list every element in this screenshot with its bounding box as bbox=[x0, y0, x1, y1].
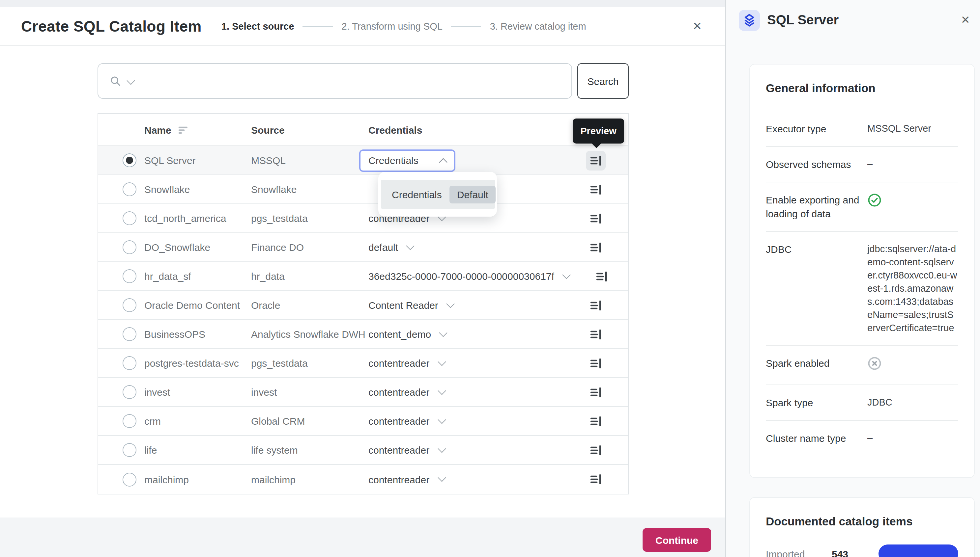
credentials-select[interactable]: contentreader bbox=[368, 358, 564, 369]
chevron-down-icon bbox=[446, 299, 454, 308]
preview-button[interactable] bbox=[589, 443, 603, 457]
documented-catalog-items-card: Documented catalog items Imported 543 bbox=[749, 497, 975, 557]
row-source: pgs_testdata bbox=[251, 213, 368, 224]
radio-button-selected[interactable] bbox=[122, 153, 136, 167]
row-source: Analytics Snowflake DWH bbox=[251, 329, 368, 340]
row-name: hr_data_sf bbox=[144, 270, 251, 282]
table-row[interactable]: tcd_north_america pgs_testdata contentre… bbox=[98, 204, 628, 233]
preview-icon bbox=[589, 357, 603, 370]
preview-icon bbox=[589, 414, 603, 428]
row-source: Global CRM bbox=[251, 415, 368, 427]
column-header-source[interactable]: Source bbox=[251, 124, 368, 135]
search-input[interactable] bbox=[98, 63, 572, 99]
imported-progress-pill[interactable] bbox=[879, 544, 958, 557]
close-icon[interactable]: ✕ bbox=[961, 15, 970, 26]
credentials-select-open[interactable]: Credentials bbox=[359, 149, 456, 171]
chevron-down-icon bbox=[437, 357, 446, 365]
preview-button[interactable] bbox=[586, 150, 606, 170]
row-source: Oracle bbox=[251, 300, 368, 311]
preview-icon bbox=[595, 270, 608, 283]
jdbc-connection-string: jdbc:sqlserver://ata-demo-content-sqlser… bbox=[867, 242, 958, 334]
chevron-down-icon bbox=[406, 241, 414, 249]
general-information-card: General information Executor type MSSQL … bbox=[749, 64, 975, 478]
radio-button[interactable] bbox=[122, 443, 136, 457]
row-name: SQL Server bbox=[144, 155, 251, 166]
credentials-select[interactable]: 36ed325c-0000-7000-0000-00000030617f bbox=[368, 270, 569, 282]
section-heading: General information bbox=[766, 81, 958, 96]
credentials-select[interactable]: contentreader bbox=[368, 445, 564, 456]
source-details-panel: SQL Server ✕ General information Executo… bbox=[726, 0, 980, 557]
chevron-down-icon[interactable] bbox=[127, 76, 135, 84]
preview-button[interactable] bbox=[589, 414, 603, 428]
preview-button[interactable] bbox=[589, 327, 603, 341]
radio-button[interactable] bbox=[122, 182, 136, 196]
table-row[interactable]: Oracle Demo Content Oracle Content Reade… bbox=[98, 291, 628, 320]
row-name: mailchimp bbox=[144, 474, 251, 485]
row-source: MSSQL bbox=[251, 155, 368, 166]
radio-button[interactable] bbox=[122, 269, 136, 283]
table-row[interactable]: invest invest contentreader bbox=[98, 378, 628, 407]
close-icon[interactable]: ✕ bbox=[693, 21, 702, 32]
radio-button[interactable] bbox=[122, 472, 136, 486]
row-name: postgres-testdata-svc bbox=[144, 358, 251, 369]
column-header-name[interactable]: Name bbox=[144, 124, 172, 135]
search-button[interactable]: Search bbox=[577, 63, 629, 99]
credentials-select[interactable]: contentreader bbox=[368, 415, 564, 427]
table-row[interactable]: life life system contentreader bbox=[98, 436, 628, 465]
check-circle-icon bbox=[867, 193, 882, 207]
step-connector bbox=[303, 26, 333, 27]
preview-icon bbox=[589, 386, 603, 399]
table-row[interactable]: DO_Snowflake Finance DO default bbox=[98, 233, 628, 262]
radio-button[interactable] bbox=[122, 414, 136, 428]
chevron-down-icon bbox=[439, 328, 447, 336]
credentials-select[interactable]: contentreader bbox=[368, 474, 564, 485]
step-review-item[interactable]: 3. Review catalog item bbox=[490, 21, 586, 32]
radio-button[interactable] bbox=[122, 356, 136, 370]
dropdown-option-credentials[interactable]: Credentials Default bbox=[381, 180, 495, 209]
continue-button[interactable]: Continue bbox=[643, 528, 711, 552]
create-catalog-modal: Create SQL Catalog Item 1. Select source… bbox=[0, 0, 725, 557]
radio-button[interactable] bbox=[122, 298, 136, 312]
table-row[interactable]: BusinessOPS Analytics Snowflake DWH cont… bbox=[98, 320, 628, 349]
credentials-select[interactable]: content_demo bbox=[368, 329, 564, 340]
step-connector bbox=[451, 26, 482, 27]
step-select-source[interactable]: 1. Select source bbox=[221, 21, 294, 32]
chevron-up-icon bbox=[439, 158, 447, 166]
table-row[interactable]: SQL Server MSSQL Credentials bbox=[98, 146, 628, 175]
preview-button[interactable] bbox=[589, 357, 603, 370]
table-row[interactable]: postgres-testdata-svc pgs_testdata conte… bbox=[98, 349, 628, 378]
preview-button[interactable] bbox=[589, 386, 603, 399]
preview-button[interactable] bbox=[589, 212, 603, 225]
credentials-select[interactable]: Content Reader bbox=[368, 300, 564, 311]
column-header-credentials[interactable]: Credentials bbox=[368, 124, 564, 135]
table-row[interactable]: Snowflake Snowflake bbox=[98, 175, 628, 204]
table-row[interactable]: mailchimp mailchimp contentreader bbox=[98, 465, 628, 494]
step-transform-sql[interactable]: 2. Transform using SQL bbox=[342, 21, 443, 32]
radio-button[interactable] bbox=[122, 327, 136, 341]
row-source: mailchimp bbox=[251, 474, 368, 485]
sort-icon[interactable] bbox=[178, 124, 189, 135]
radio-button[interactable] bbox=[122, 385, 136, 399]
preview-button[interactable] bbox=[589, 473, 603, 486]
preview-button[interactable] bbox=[595, 270, 608, 283]
credentials-select[interactable]: default bbox=[368, 242, 564, 253]
preview-button[interactable] bbox=[589, 183, 603, 196]
default-badge: Default bbox=[450, 185, 496, 203]
preview-button[interactable] bbox=[589, 241, 603, 254]
chevron-down-icon bbox=[437, 444, 446, 452]
create-sql-catalog-item-screen: Create SQL Catalog Item 1. Select source… bbox=[0, 0, 980, 557]
preview-button[interactable] bbox=[589, 298, 603, 312]
row-name: invest bbox=[144, 386, 251, 398]
chevron-down-icon bbox=[437, 473, 446, 482]
info-row-spark-type: Spark type JDBC bbox=[766, 385, 958, 421]
row-name: DO_Snowflake bbox=[144, 242, 251, 253]
layers-icon bbox=[742, 13, 756, 28]
radio-button[interactable] bbox=[122, 211, 136, 225]
modal-footer: Continue bbox=[0, 518, 725, 557]
row-name: Snowflake bbox=[144, 184, 251, 195]
credentials-select[interactable]: contentreader bbox=[368, 386, 564, 398]
info-row-observed-schemas: Observed schemas – bbox=[766, 147, 958, 182]
table-row[interactable]: hr_data_sf hr_data 36ed325c-0000-7000-00… bbox=[98, 262, 628, 291]
radio-button[interactable] bbox=[122, 240, 136, 254]
table-row[interactable]: crm Global CRM contentreader bbox=[98, 407, 628, 436]
